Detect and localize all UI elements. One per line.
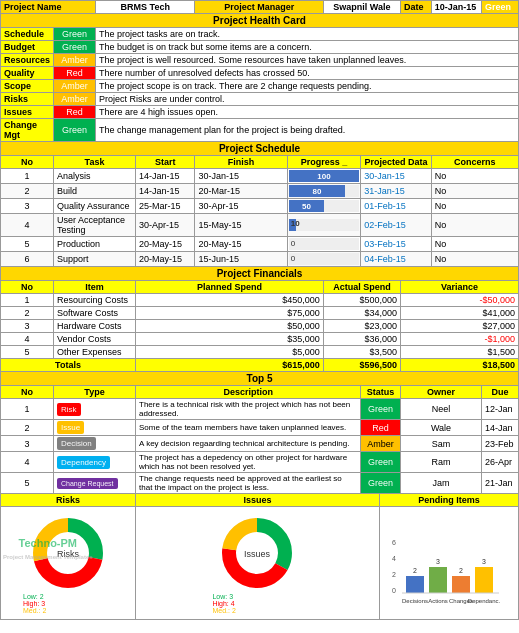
top5-type-4: Dependency xyxy=(54,452,136,473)
top5-status-3: Amber xyxy=(361,436,401,452)
health-issues-label: Issues xyxy=(1,106,54,119)
task-no-4: 4 xyxy=(1,214,54,237)
fin-no-4: 4 xyxy=(1,333,54,346)
task-row-3: 3 Quality Assurance 25-Mar-15 30-Apr-15 … xyxy=(1,199,519,214)
sched-col-projected: Projected Data xyxy=(361,156,431,169)
fin-variance-2: $41,000 xyxy=(400,307,518,320)
risks-chart-cell: Risks Low: 2 High: 3 Med.: 2 Techno-PMPr… xyxy=(1,507,136,620)
task-name-2: Build xyxy=(54,184,136,199)
task-name-3: Quality Assurance xyxy=(54,199,136,214)
top5-no-2: 2 xyxy=(1,420,54,436)
top5-owner-5: Jam xyxy=(400,473,481,494)
top5-col-status: Status xyxy=(361,386,401,399)
health-quality-desc: There number of unresolved defects has c… xyxy=(96,67,519,80)
task-row-2: 2 Build 14-Jan-15 20-Mar-15 80 31-Jan-15… xyxy=(1,184,519,199)
sched-col-task: Task xyxy=(54,156,136,169)
sched-col-progress: Progress _ xyxy=(287,156,361,169)
health-issues-row: Issues Red There are 4 high issues open. xyxy=(1,106,519,119)
top5-owner-4: Ram xyxy=(400,452,481,473)
health-schedule-row: Schedule Green The project tasks are on … xyxy=(1,28,519,41)
top5-owner-2: Wale xyxy=(400,420,481,436)
health-scope-row: Scope Amber The project scope is on trac… xyxy=(1,80,519,93)
health-risks-desc: Project Risks are under control. xyxy=(96,93,519,106)
task-name-1: Analysis xyxy=(54,169,136,184)
top5-due-4: 26-Apr xyxy=(482,452,519,473)
fin-variance-3: $27,000 xyxy=(400,320,518,333)
task-projected-5: 03-Feb-15 xyxy=(361,237,431,252)
fin-row-1: 1 Resourcing Costs $450,000 $500,000 -$5… xyxy=(1,294,519,307)
health-budget-label: Budget xyxy=(1,41,54,54)
task-name-6: Support xyxy=(54,252,136,267)
issue-badge-2: Issue xyxy=(57,421,84,434)
task-concerns-2: No xyxy=(431,184,518,199)
health-scope-desc: The project scope is on track. There are… xyxy=(96,80,519,93)
top5-due-2: 14-Jan xyxy=(482,420,519,436)
task-projected-3: 01-Feb-15 xyxy=(361,199,431,214)
bar-val-dependency: 3 xyxy=(482,558,486,565)
top5-no-1: 1 xyxy=(1,399,54,420)
health-card-title: Project Health Card xyxy=(1,14,519,28)
task-no-1: 1 xyxy=(1,169,54,184)
bar-dependency xyxy=(475,567,493,593)
task-projected-2: 31-Jan-15 xyxy=(361,184,431,199)
task-finish-1: 30-Jan-15 xyxy=(195,169,287,184)
risks-legend-low: Low: 2 xyxy=(23,593,44,600)
health-resources-status: Amber xyxy=(54,54,96,67)
sched-col-start: Start xyxy=(136,156,195,169)
fin-no-5: 5 xyxy=(1,346,54,359)
header-row: Project Name BRMS Tech Project Manager S… xyxy=(1,1,519,14)
top5-desc-2: Some of the team members have taken unpl… xyxy=(136,420,361,436)
health-risks-label: Risks xyxy=(1,93,54,106)
fin-col-variance: Variance xyxy=(400,281,518,294)
fin-item-5: Other Expenses xyxy=(54,346,136,359)
top5-type-3: Decision xyxy=(54,436,136,452)
health-issues-status: Red xyxy=(54,106,96,119)
top5-status-1: Green xyxy=(361,399,401,420)
fin-actual-5: $3,500 xyxy=(323,346,400,359)
bar-y-4: 4 xyxy=(392,555,396,562)
risk-badge-1: Risk xyxy=(57,403,81,416)
bar-y-0: 0 xyxy=(392,587,396,594)
project-manager-value: Swapnil Wale xyxy=(323,1,400,14)
task-row-4: 4 User Acceptance Testing 30-Apr-15 15-M… xyxy=(1,214,519,237)
top5-no-5: 5 xyxy=(1,473,54,494)
bar-y-2: 2 xyxy=(392,571,396,578)
bar-label-actions: Actions xyxy=(428,598,448,604)
task-progress-4: 10 xyxy=(287,214,361,237)
fin-row-5: 5 Other Expenses $5,000 $3,500 $1,500 xyxy=(1,346,519,359)
schedule-header: Project Schedule xyxy=(1,142,519,156)
techno-watermark-risks: Techno-PMProject Management Templates xyxy=(3,537,93,561)
schedule-title: Project Schedule xyxy=(1,142,519,156)
task-projected-4: 02-Feb-15 xyxy=(361,214,431,237)
fin-row-3: 3 Hardware Costs $50,000 $23,000 $27,000 xyxy=(1,320,519,333)
health-changemgt-label: Change Mgt xyxy=(1,119,54,142)
health-resources-label: Resources xyxy=(1,54,54,67)
task-start-3: 25-Mar-15 xyxy=(136,199,195,214)
project-name-label: Project Name xyxy=(1,1,96,14)
task-projected-6: 04-Feb-15 xyxy=(361,252,431,267)
top5-status-2: Red xyxy=(361,420,401,436)
issues-legend-med: Med.: 2 xyxy=(212,607,235,614)
project-table: Project Name BRMS Tech Project Manager S… xyxy=(0,0,519,620)
fin-totals-planned: $615,000 xyxy=(136,359,324,372)
health-budget-row: Budget Green The budget is on track but … xyxy=(1,41,519,54)
date-value: 10-Jan-15 xyxy=(431,1,481,14)
task-progress-2: 80 xyxy=(287,184,361,199)
top5-title: Top 5 xyxy=(1,372,519,386)
issues-legend-low: Low: 3 xyxy=(212,593,233,600)
top5-due-5: 21-Jan xyxy=(482,473,519,494)
pending-chart-cell: 6 4 2 0 2 3 2 3 Decisions Actions xyxy=(379,507,518,620)
task-name-5: Production xyxy=(54,237,136,252)
bar-label-dependency: Dependanc. xyxy=(468,598,501,604)
task-finish-4: 15-May-15 xyxy=(195,214,287,237)
health-risks-row: Risks Amber Project Risks are under cont… xyxy=(1,93,519,106)
top5-row-3: 3 Decision A key decision regaarding tec… xyxy=(1,436,519,452)
fin-totals-actual: $596,500 xyxy=(323,359,400,372)
risks-chart: Risks Low: 2 High: 3 Med.: 2 xyxy=(23,511,113,614)
task-finish-2: 20-Mar-15 xyxy=(195,184,287,199)
task-finish-5: 20-May-15 xyxy=(195,237,287,252)
top5-type-1: Risk xyxy=(54,399,136,420)
financials-col-headers: No Item Planned Spend Actual Spend Varia… xyxy=(1,281,519,294)
fin-item-1: Resourcing Costs xyxy=(54,294,136,307)
sched-col-finish: Finish xyxy=(195,156,287,169)
